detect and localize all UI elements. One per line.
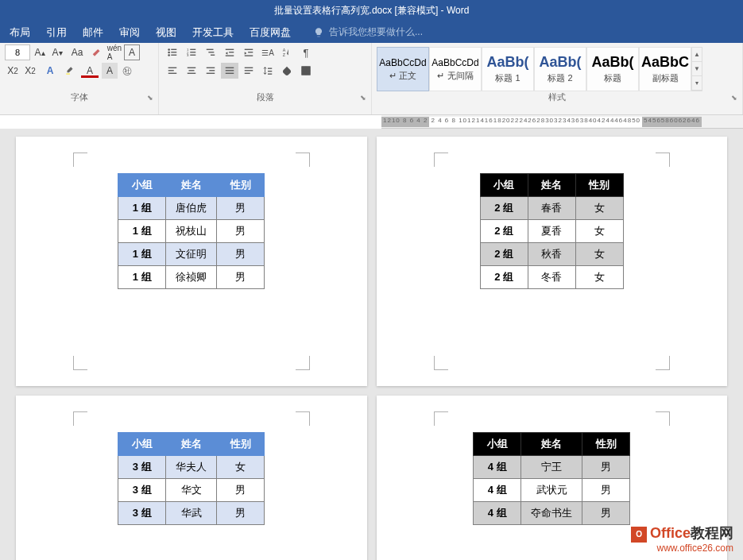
styles-scroll-down[interactable]: ▼ [692,62,702,76]
page-2[interactable]: 小组 姓名 性别 2 组春香女 2 组夏香女 2 组秋香女 2 组冬香女 [377,137,728,386]
table-row[interactable]: 1 组唐伯虎男 [118,197,265,220]
decrease-font-button[interactable]: A▾ [49,44,65,60]
shading-button[interactable] [278,63,296,79]
table-row[interactable]: 2 组秋香女 [480,243,623,266]
tab-view[interactable]: 视图 [156,25,176,40]
table-row[interactable]: 2 组夏香女 [480,220,623,243]
table-row[interactable]: 4 组宁王男 [474,456,630,479]
tell-me-search[interactable]: 告诉我您想要做什么... [313,25,423,39]
table-row[interactable]: 3 组华文男 [118,479,265,502]
style-title[interactable]: AaBb( 标题 [586,47,639,91]
margin-corner-icon [434,153,448,167]
table-header[interactable]: 小组 [474,433,521,456]
table-header[interactable]: 性别 [217,433,265,456]
align-left-button[interactable] [164,63,181,79]
multilevel-list-button[interactable] [202,44,219,60]
table-header[interactable]: 性别 [217,174,265,197]
table-header[interactable]: 小组 [480,174,528,197]
table-header[interactable]: 小组 [118,433,166,456]
line-spacing-button[interactable] [259,63,277,79]
table-row[interactable]: 4 组夺命书生男 [474,502,630,525]
tab-developer[interactable]: 开发工具 [192,25,234,40]
numbering-button[interactable]: 123 [183,44,200,60]
table-row[interactable]: 1 组祝枝山男 [118,220,265,243]
table-row[interactable]: 3 组华夫人女 [118,456,265,479]
watermark: O Office教程网 www.office26.com [631,523,733,554]
borders-button[interactable] [297,63,315,79]
table-row[interactable]: 2 组春香女 [480,197,623,220]
table-header[interactable]: 性别 [582,433,630,456]
text-effects-button[interactable]: A [40,63,60,79]
style-heading2[interactable]: AaBb( 标题 2 [534,47,586,91]
page-3[interactable]: 小组 姓名 性别 3 组华夫人女 3 组华文男 3 组华武男 [16,396,367,560]
horizontal-ruler[interactable]: 1210 8 6 4 2 2 4 6 8 1012141618202224262… [381,115,743,129]
text-direction-button[interactable]: ☰A [259,44,277,60]
justify-button[interactable] [221,63,238,79]
style-normal[interactable]: AaBbCcDd ↵ 正文 [377,47,429,91]
styles-dialog-launcher[interactable]: ⬊ [731,94,739,102]
superscript-button[interactable]: X2 [22,63,38,79]
styles-group-label: 样式 [372,91,742,103]
enclose-characters-button[interactable]: ㊓ [119,63,135,79]
svg-rect-19 [248,52,253,52]
table-2[interactable]: 小组 姓名 性别 2 组春香女 2 组夏香女 2 组秋香女 2 组冬香女 [480,173,624,289]
table-row[interactable]: 1 组徐祯卿男 [118,266,265,289]
distribute-button[interactable] [240,63,257,79]
paragraph-dialog-launcher[interactable]: ⬊ [360,94,368,102]
svg-rect-14 [211,55,215,56]
table-row[interactable]: 3 组华武男 [118,502,265,525]
tab-review[interactable]: 审阅 [119,25,140,40]
change-case-button[interactable]: Aa [67,44,87,60]
styles-gallery: AaBbCcDd ↵ 正文 AaBbCcDd ↵ 无间隔 AaBb( 标题 1 … [377,44,737,91]
table-header[interactable]: 姓名 [166,174,217,197]
table-row[interactable]: 1 组文征明男 [118,243,265,266]
clear-formatting-button[interactable] [89,44,105,60]
font-group: 8 A▴ A▾ Aa wénA A X2 X2 A A A ㊓ 字体 ⬊ [0,43,159,114]
table-1[interactable]: 小组 姓名 性别 1 组唐伯虎男 1 组祝枝山男 1 组文征明男 1 组徐祯卿男 [118,173,265,289]
style-nospacing[interactable]: AaBbCcDd ↵ 无间隔 [429,47,482,91]
tab-mailings[interactable]: 邮件 [83,25,103,40]
table-row[interactable]: 2 组冬香女 [480,266,623,289]
margin-corner-icon [656,153,670,167]
style-subtitle[interactable]: AaBbC 副标题 [639,47,691,91]
character-border-button[interactable]: A [124,44,140,60]
character-shading-button[interactable]: A [102,63,118,79]
table-header[interactable]: 姓名 [528,174,575,197]
table-header[interactable]: 姓名 [166,433,217,456]
table-4[interactable]: 小组 姓名 性别 4 组宁王男 4 组武状元男 4 组夺命书生男 [473,432,630,525]
increase-indent-button[interactable] [240,44,257,60]
tab-references[interactable]: 引用 [46,25,67,40]
table-header[interactable]: 姓名 [521,433,582,456]
align-right-button[interactable] [202,63,219,79]
svg-text:A: A [283,48,286,52]
bullets-button[interactable] [164,44,181,60]
table-header[interactable]: 性别 [575,174,623,197]
increase-font-button[interactable]: A▴ [32,44,48,60]
subscript-button[interactable]: X2 [5,63,21,79]
svg-rect-36 [245,70,253,71]
align-center-button[interactable] [183,63,200,79]
highlight-button[interactable] [62,63,78,79]
svg-text:3: 3 [187,53,189,57]
table-header[interactable]: 小组 [118,174,166,197]
styles-scroll-up[interactable]: ▲ [692,48,702,62]
svg-point-0 [168,48,170,51]
document-area[interactable]: 小组 姓名 性别 1 组唐伯虎男 1 组祝枝山男 1 组文征明男 1 组徐祯卿男… [0,129,743,560]
style-heading1[interactable]: AaBb( 标题 1 [482,47,534,91]
page-1[interactable]: 小组 姓名 性别 1 组唐伯虎男 1 组祝枝山男 1 组文征明男 1 组徐祯卿男 [16,137,367,386]
svg-rect-37 [245,73,250,74]
phonetic-guide-button[interactable]: wénA [106,44,122,60]
svg-rect-15 [226,49,234,50]
font-color-button[interactable]: A [79,63,100,79]
show-marks-button[interactable]: ¶ [297,44,315,60]
tab-baidu[interactable]: 百度网盘 [250,25,291,40]
sort-button[interactable]: AZ [278,44,296,60]
margin-corner-icon [434,411,448,426]
font-dialog-launcher[interactable]: ⬊ [147,94,155,102]
table-row[interactable]: 4 组武状元男 [474,479,630,502]
font-size-input[interactable]: 8 [5,44,30,60]
styles-expand[interactable]: ▾ [692,76,702,91]
decrease-indent-button[interactable] [221,44,238,60]
table-3[interactable]: 小组 姓名 性别 3 组华夫人女 3 组华文男 3 组华武男 [118,432,265,525]
tab-layout[interactable]: 布局 [10,25,30,40]
